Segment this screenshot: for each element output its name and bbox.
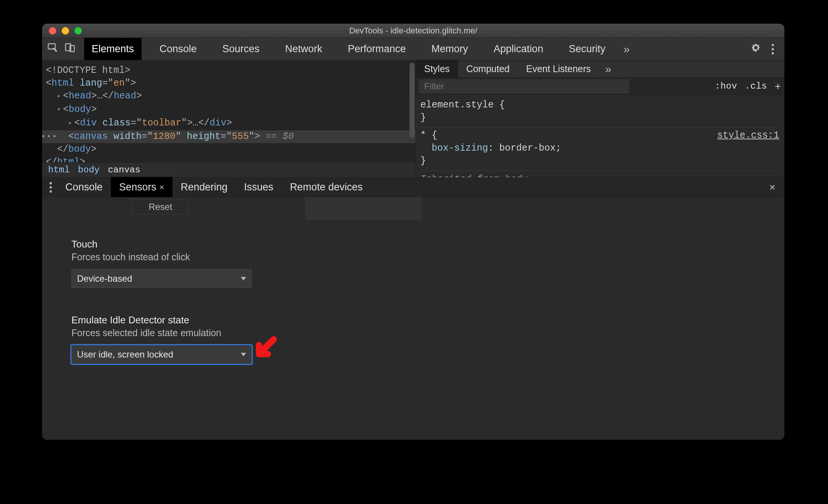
tab-sources[interactable]: Sources	[215, 38, 267, 60]
dom-scrollbar[interactable]	[409, 63, 415, 138]
touch-desc: Forces touch instead of click	[71, 252, 755, 263]
touch-select[interactable]: Device-based	[71, 269, 252, 288]
drawer-tab-remote[interactable]: Remote devices	[282, 177, 371, 198]
more-menu-icon[interactable]	[770, 42, 775, 56]
tab-performance[interactable]: Performance	[340, 38, 414, 60]
styles-panel: Styles Computed Event Listeners » :hov .…	[416, 60, 784, 177]
main-tabs: Elements Console Sources Network Perform…	[84, 38, 630, 60]
drawer-tabs: Console Sensors× Rendering Issues Remote…	[42, 178, 784, 197]
orientation-reset-button[interactable]: Reset	[132, 199, 189, 214]
orientation-preview-slab	[305, 197, 422, 220]
drawer-tab-rendering[interactable]: Rendering	[172, 177, 236, 198]
touch-title: Touch	[71, 238, 755, 250]
breadcrumb-body[interactable]: body	[78, 165, 100, 175]
tab-security[interactable]: Security	[561, 38, 613, 60]
traffic-lights	[42, 27, 82, 35]
styles-filter-input[interactable]	[419, 79, 629, 94]
drawer-more-icon[interactable]	[44, 182, 57, 193]
touch-select-value: Device-based	[77, 273, 132, 284]
idle-state-select-value: User idle, screen locked	[77, 349, 173, 360]
zoom-window-button[interactable]	[74, 27, 82, 35]
hov-toggle[interactable]: :hov	[711, 81, 741, 91]
dom-line[interactable]: ▾<body>	[46, 103, 412, 117]
dom-breadcrumb: html body canvas	[42, 162, 416, 177]
inherited-from-label: Inherited from body	[420, 171, 780, 177]
window-title: DevTools - idle-detection.glitch.me/	[42, 26, 784, 36]
tab-application[interactable]: Application	[486, 38, 551, 60]
close-sensors-tab-icon[interactable]: ×	[159, 183, 164, 192]
css-rule[interactable]: * { box-sizing: border-box;}style.css:1	[420, 128, 780, 171]
idle-state-select[interactable]: User idle, screen locked	[71, 345, 252, 364]
settings-gear-icon[interactable]	[751, 42, 761, 56]
dom-line[interactable]: ▸<head>…</head>	[46, 90, 412, 103]
elements-split: <!DOCTYPE html><html lang="en"> ▸<head>……	[42, 60, 784, 178]
titlebar: DevTools - idle-detection.glitch.me/	[42, 24, 784, 38]
drawer-tab-issues[interactable]: Issues	[236, 177, 282, 198]
idle-title: Emulate Idle Detector state	[71, 314, 755, 326]
close-window-button[interactable]	[49, 27, 56, 35]
style-rules[interactable]: element.style {}* { box-sizing: border-b…	[416, 95, 784, 177]
tab-network[interactable]: Network	[278, 38, 330, 60]
dom-line[interactable]: <html lang="en">	[46, 77, 412, 90]
tab-console[interactable]: Console	[152, 38, 204, 60]
subtab-event-listeners[interactable]: Event Listeners	[518, 60, 599, 78]
styles-filterbar: :hov .cls +	[416, 78, 784, 95]
main-toolbar: Elements Console Sources Network Perform…	[42, 38, 784, 60]
drawer-tab-console[interactable]: Console	[57, 177, 111, 198]
rule-source-link[interactable]: style.css:1	[717, 129, 779, 142]
tab-memory[interactable]: Memory	[424, 38, 476, 60]
tab-elements[interactable]: Elements	[84, 38, 142, 60]
new-style-rule-button[interactable]: +	[771, 78, 784, 95]
main-tabs-overflow-icon[interactable]: »	[623, 43, 630, 56]
drawer-close-icon[interactable]: ×	[763, 181, 782, 193]
drawer-tab-sensors[interactable]: Sensors×	[111, 177, 172, 198]
minimize-window-button[interactable]	[62, 27, 69, 35]
dom-line[interactable]: </body>	[46, 143, 412, 156]
styles-tabs-overflow-icon[interactable]: »	[605, 63, 612, 75]
breadcrumb-canvas[interactable]: canvas	[108, 165, 140, 175]
annotation-red-arrow-icon	[250, 333, 280, 364]
dom-line[interactable]: <canvas width="1280" height="555"> == $0	[42, 130, 416, 143]
subtab-styles[interactable]: Styles	[416, 60, 458, 78]
styles-tabs: Styles Computed Event Listeners »	[416, 60, 784, 78]
breadcrumb-html[interactable]: html	[48, 165, 70, 175]
drawer: Console Sensors× Rendering Issues Remote…	[42, 178, 784, 440]
cls-toggle[interactable]: .cls	[741, 81, 771, 91]
device-toolbar-icon[interactable]	[65, 42, 75, 56]
dom-line[interactable]: <!DOCTYPE html>	[46, 64, 412, 77]
inspect-element-icon[interactable]	[47, 42, 58, 56]
devtools-window: DevTools - idle-detection.glitch.me/ Ele…	[42, 24, 784, 440]
sensors-body: Reset Touch Forces touch instead of clic…	[42, 197, 784, 440]
dom-line[interactable]: ▸<div class="toolbar">…</div>	[46, 117, 412, 130]
css-rule[interactable]: element.style {}	[420, 97, 780, 128]
subtab-computed[interactable]: Computed	[458, 60, 518, 78]
idle-desc: Forces selected idle state emulation	[71, 327, 755, 338]
dom-tree[interactable]: <!DOCTYPE html><html lang="en"> ▸<head>……	[42, 60, 416, 177]
